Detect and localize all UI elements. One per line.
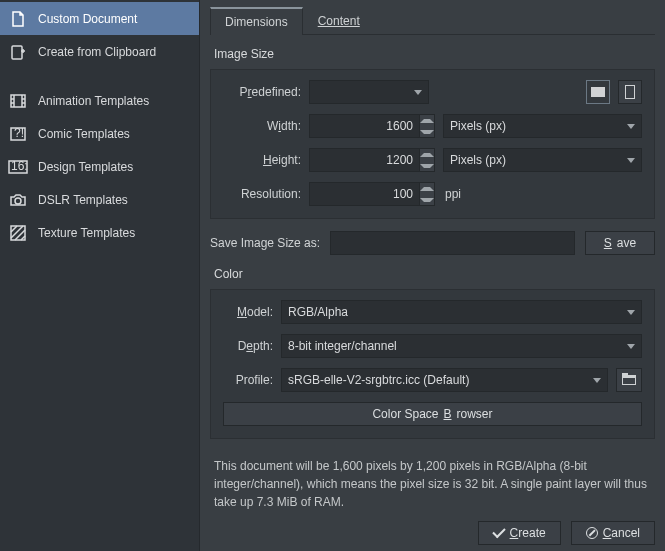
width-unit-select[interactable]: Pixels (px) <box>443 114 642 138</box>
sidebar-item-label: Animation Templates <box>38 94 149 108</box>
svg-text:16:10: 16:10 <box>11 160 28 173</box>
sidebar-item-comic[interactable]: ?! Comic Templates <box>0 117 199 150</box>
footer: Create Cancel <box>210 521 655 545</box>
model-label: Model: <box>223 305 273 319</box>
cancel-icon <box>586 527 598 539</box>
sidebar-item-animation[interactable]: Animation Templates <box>0 84 199 117</box>
width-label: Width: <box>223 119 301 133</box>
chevron-down-icon <box>627 310 635 315</box>
depth-select[interactable]: 8-bit integer/channel <box>281 334 642 358</box>
sidebar-item-texture[interactable]: Texture Templates <box>0 216 199 249</box>
document-summary: This document will be 1,600 pixels by 1,… <box>214 457 651 511</box>
resolution-down[interactable] <box>420 194 434 205</box>
width-input[interactable] <box>309 114 419 138</box>
profile-select[interactable]: sRGB-elle-V2-srgbtrc.icc (Default) <box>281 368 608 392</box>
sidebar-item-dslr[interactable]: DSLR Templates <box>0 183 199 216</box>
save-button[interactable]: Save <box>585 231 655 255</box>
comic-icon: ?! <box>8 124 28 144</box>
chevron-down-icon <box>593 378 601 383</box>
sidebar-item-label: Create from Clipboard <box>38 45 156 59</box>
sidebar-item-custom-document[interactable]: Custom Document <box>0 2 199 35</box>
predefined-label: Predefined: <box>223 85 301 99</box>
svg-point-6 <box>15 198 21 204</box>
tabs: Dimensions Content <box>210 6 655 35</box>
sidebar-item-label: Texture Templates <box>38 226 135 240</box>
tab-dimensions[interactable]: Dimensions <box>210 7 303 35</box>
width-down[interactable] <box>420 126 434 137</box>
sidebar-item-label: DSLR Templates <box>38 193 128 207</box>
height-label: Height: <box>223 153 301 167</box>
tab-content[interactable]: Content <box>303 7 375 35</box>
resolution-up[interactable] <box>420 183 434 194</box>
sidebar: Custom Document Create from Clipboard An… <box>0 0 200 551</box>
save-as-label: Save Image Size as: <box>210 236 320 250</box>
height-spin[interactable] <box>309 148 435 172</box>
sidebar-item-label: Comic Templates <box>38 127 130 141</box>
model-select[interactable]: RGB/Alpha <box>281 300 642 324</box>
chevron-down-icon <box>414 90 422 95</box>
height-up[interactable] <box>420 149 434 160</box>
resolution-unit: ppi <box>443 187 461 201</box>
profile-browse-button[interactable] <box>616 368 642 392</box>
height-input[interactable] <box>309 148 419 172</box>
depth-label: Depth: <box>223 339 273 353</box>
color-title: Color <box>214 267 655 281</box>
profile-label: Profile: <box>223 373 273 387</box>
height-unit-select[interactable]: Pixels (px) <box>443 148 642 172</box>
image-size-panel: Predefined: Width: Pixels (px) Height: P… <box>210 69 655 219</box>
chevron-down-icon <box>627 344 635 349</box>
chevron-down-icon <box>627 158 635 163</box>
document-icon <box>8 9 28 29</box>
image-size-title: Image Size <box>214 47 655 61</box>
sidebar-item-label: Custom Document <box>38 12 137 26</box>
sidebar-item-label: Design Templates <box>38 160 133 174</box>
folder-icon <box>622 375 636 385</box>
sidebar-item-clipboard[interactable]: Create from Clipboard <box>0 35 199 68</box>
aspect-icon: 16:10 <box>8 157 28 177</box>
film-icon <box>8 91 28 111</box>
orientation-landscape-button[interactable] <box>586 80 610 104</box>
width-spin[interactable] <box>309 114 435 138</box>
resolution-spin[interactable] <box>309 182 435 206</box>
predefined-select[interactable] <box>309 80 429 104</box>
check-icon <box>492 525 505 538</box>
color-space-browser-button[interactable]: Color Space Browser <box>223 402 642 426</box>
sidebar-item-design[interactable]: 16:10 Design Templates <box>0 150 199 183</box>
texture-icon <box>8 223 28 243</box>
color-panel: Model: RGB/Alpha Depth: 8-bit integer/ch… <box>210 289 655 439</box>
svg-text:?!: ?! <box>14 126 24 140</box>
height-down[interactable] <box>420 160 434 171</box>
width-up[interactable] <box>420 115 434 126</box>
main-panel: Dimensions Content Image Size Predefined… <box>200 0 665 551</box>
resolution-input[interactable] <box>309 182 419 206</box>
landscape-icon <box>591 87 605 97</box>
clipboard-add-icon <box>8 42 28 62</box>
portrait-icon <box>625 85 635 99</box>
resolution-label: Resolution: <box>223 187 301 201</box>
save-name-input[interactable] <box>330 231 575 255</box>
camera-icon <box>8 190 28 210</box>
chevron-down-icon <box>627 124 635 129</box>
svg-rect-0 <box>12 46 22 59</box>
svg-rect-1 <box>11 95 25 107</box>
create-button[interactable]: Create <box>478 521 561 545</box>
orientation-portrait-button[interactable] <box>618 80 642 104</box>
cancel-button[interactable]: Cancel <box>571 521 655 545</box>
